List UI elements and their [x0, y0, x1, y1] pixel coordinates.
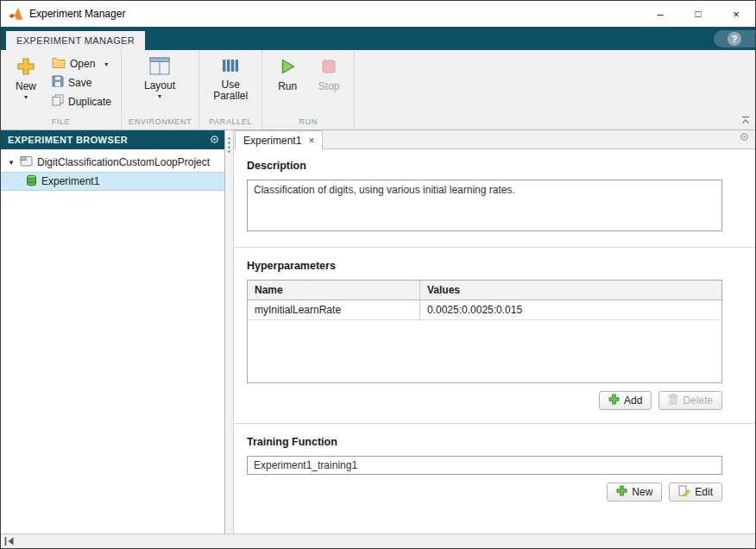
hyperparameter-values-cell[interactable]: 0.0025:0.0025:0.015 — [420, 300, 721, 319]
open-button-label: Open — [70, 58, 95, 70]
use-parallel-button[interactable]: Use Parallel — [208, 54, 253, 104]
open-folder-icon — [52, 57, 66, 71]
document-body: Description Classification of digits, us… — [234, 149, 755, 533]
experiment-label: Experiment1 — [41, 175, 99, 187]
toolbar-group-file: New ▾ Open ▾ Save — [1, 50, 122, 129]
description-textarea[interactable]: Classification of digits, using various … — [247, 180, 722, 231]
add-hyperparameter-button[interactable]: Add — [599, 391, 652, 410]
use-parallel-label-line2: Parallel — [213, 90, 248, 102]
edit-button-label: Edit — [695, 486, 713, 498]
delete-button-label: Delete — [683, 394, 713, 407]
section-divider — [234, 423, 755, 424]
panel-splitter[interactable] — [225, 130, 234, 533]
toolbar-group-label-file: FILE — [8, 115, 114, 129]
layout-icon — [149, 57, 170, 78]
tab-experiment-manager[interactable]: EXPERIMENT MANAGER — [6, 31, 145, 50]
matlab-logo-icon — [9, 8, 22, 20]
save-button-label: Save — [68, 77, 91, 89]
close-button[interactable]: × — [717, 1, 755, 27]
project-icon — [20, 155, 33, 169]
description-heading: Description — [247, 160, 722, 172]
chevron-down-icon: ▾ — [104, 60, 108, 68]
save-icon — [52, 75, 64, 90]
gear-icon — [210, 134, 219, 147]
open-button[interactable]: Open ▾ — [49, 56, 114, 72]
run-button[interactable]: Run — [269, 54, 306, 95]
toolbar: New ▾ Open ▾ Save — [1, 50, 755, 130]
titlebar: Experiment Manager – □ × — [1, 1, 755, 27]
toolbar-group-label-run: RUN — [269, 115, 347, 129]
tree-item-experiment1[interactable]: Experiment1 — [1, 172, 224, 191]
add-plus-icon — [608, 394, 620, 407]
window-title: Experiment Manager — [29, 8, 125, 20]
minimize-icon: – — [657, 8, 663, 21]
table-row[interactable]: myInitialLearnRate 0.0025:0.0025:0.015 — [248, 300, 721, 320]
duplicate-button[interactable]: Duplicate — [49, 93, 114, 110]
training-function-input[interactable] — [247, 456, 722, 475]
duplicate-button-label: Duplicate — [68, 96, 111, 108]
toolbar-group-parallel: Use Parallel PARALLEL — [199, 50, 262, 129]
ribbon-tab-strip: EXPERIMENT MANAGER ? — [1, 27, 755, 50]
maximize-icon: □ — [695, 8, 701, 20]
collapse-panel-button[interactable] — [4, 535, 15, 548]
parallel-icon — [222, 57, 239, 77]
duplicate-icon — [52, 94, 64, 109]
toolbar-group-label-parallel: PARALLEL — [206, 115, 255, 129]
gear-icon — [740, 131, 749, 144]
edit-training-function-button[interactable]: Edit — [669, 483, 722, 502]
chevron-down-icon: ▾ — [158, 93, 161, 100]
delete-hyperparameter-button[interactable]: Delete — [658, 391, 722, 410]
tab-close-icon[interactable]: × — [308, 135, 314, 147]
collapse-ribbon-button[interactable] — [740, 114, 751, 127]
help-icon: ? — [732, 34, 738, 44]
minimize-button[interactable]: – — [641, 1, 679, 27]
hyperparameters-heading: Hyperparameters — [247, 260, 722, 272]
layout-button-label: Layout — [144, 79, 175, 92]
close-icon: × — [733, 8, 740, 21]
tree-item-project[interactable]: ▾ DigitClassificationCustomLoopProject — [1, 153, 224, 172]
collapse-ribbon-icon — [740, 114, 751, 127]
run-button-label: Run — [278, 80, 297, 92]
section-divider — [234, 247, 755, 248]
tree-expand-caret-icon[interactable]: ▾ — [7, 158, 16, 167]
splitter-handle-dots — [228, 137, 230, 140]
add-plus-icon — [616, 485, 627, 499]
experiment-browser-title: EXPERIMENT BROWSER — [8, 135, 128, 145]
stop-button[interactable]: Stop — [311, 54, 347, 95]
stop-button-label: Stop — [318, 80, 340, 92]
maximize-button[interactable]: □ — [679, 1, 717, 27]
document-options-button[interactable] — [740, 131, 749, 144]
browser-options-button[interactable] — [210, 134, 219, 147]
hyperparameters-table: Name Values myInitialLearnRate 0.0025:0.… — [247, 280, 722, 383]
save-button[interactable]: Save — [49, 74, 114, 91]
experiment-browser-header: EXPERIMENT BROWSER — [1, 130, 224, 149]
new-button[interactable]: New ▾ — [8, 54, 44, 104]
run-icon — [278, 57, 297, 79]
training-function-heading: Training Function — [247, 436, 722, 448]
document-area: Experiment1 × Description Classification… — [234, 130, 755, 533]
new-training-button-label: New — [632, 486, 652, 498]
new-training-function-button[interactable]: New — [607, 483, 662, 502]
toolbar-group-environment: Layout ▾ ENVIRONMENT — [122, 50, 199, 129]
trash-icon — [668, 394, 678, 407]
main-area: EXPERIMENT BROWSER ▾ DigitClassification… — [1, 130, 755, 533]
tab-experiment1[interactable]: Experiment1 × — [235, 130, 323, 149]
project-label: DigitClassificationCustomLoopProject — [37, 156, 210, 168]
table-empty-area — [248, 320, 721, 382]
stop-icon — [319, 57, 338, 79]
column-header-name: Name — [248, 281, 420, 300]
help-button[interactable]: ? — [728, 32, 741, 46]
experiment-icon — [26, 174, 37, 189]
column-header-values: Values — [420, 281, 721, 300]
tab-experiment1-label: Experiment1 — [243, 135, 301, 147]
edit-icon — [678, 485, 690, 499]
hyperparameter-name-cell[interactable]: myInitialLearnRate — [248, 300, 420, 319]
new-button-label: New — [16, 80, 36, 92]
use-parallel-label-line1: Use — [221, 79, 239, 91]
layout-button[interactable]: Layout ▾ — [139, 54, 180, 103]
chevron-down-icon: ▾ — [24, 94, 28, 101]
hyperparameters-table-header: Name Values — [248, 281, 721, 300]
new-plus-icon — [16, 57, 35, 79]
toolbar-group-run: Run Stop RUN — [262, 50, 355, 129]
experiment-manager-window: Experiment Manager – □ × EXPERIMENT MANA… — [0, 0, 756, 549]
